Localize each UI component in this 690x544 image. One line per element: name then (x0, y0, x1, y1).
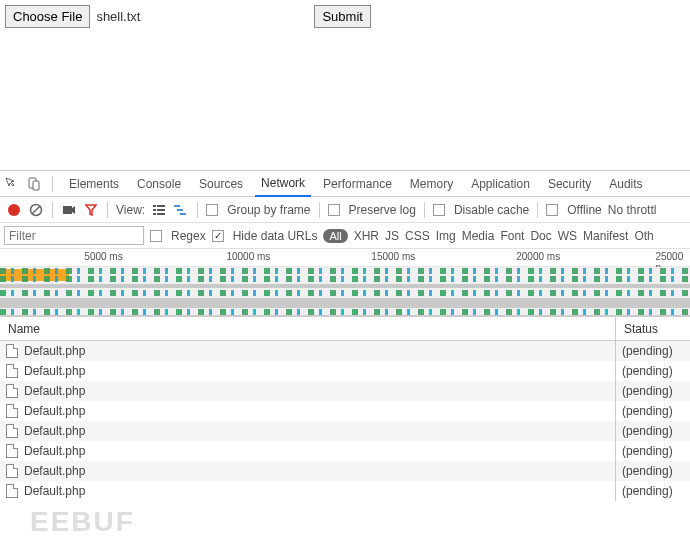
preserve-log-checkbox[interactable] (328, 204, 340, 216)
svg-rect-11 (174, 205, 180, 207)
offline-checkbox[interactable] (546, 204, 558, 216)
request-name: Default.php (24, 384, 85, 398)
clear-icon[interactable] (28, 202, 44, 218)
view-waterfall-icon[interactable] (173, 202, 189, 218)
network-toolbar: View: Group by frame Preserve log Disabl… (0, 197, 690, 223)
selected-file-name: shell.txt (96, 9, 140, 24)
separator (52, 202, 53, 218)
watermark: EEBUF (30, 506, 135, 538)
request-name: Default.php (24, 344, 85, 358)
filter-input[interactable] (4, 226, 144, 245)
svg-rect-10 (157, 213, 165, 215)
file-icon (6, 404, 18, 418)
choose-file-button[interactable]: Choose File (5, 5, 90, 28)
hide-data-urls-label: Hide data URLs (233, 229, 318, 243)
file-icon (6, 464, 18, 478)
file-icon (6, 444, 18, 458)
request-status: (pending) (616, 341, 690, 361)
filter-ws[interactable]: WS (558, 229, 577, 243)
preserve-log-label: Preserve log (349, 203, 416, 217)
header-status[interactable]: Status (616, 317, 690, 341)
filter-js[interactable]: JS (385, 229, 399, 243)
svg-rect-13 (180, 213, 186, 215)
request-status: (pending) (616, 441, 690, 461)
throttling-select[interactable]: No throttl (608, 203, 657, 217)
hide-data-urls-checkbox[interactable] (212, 230, 224, 242)
filter-bar: Regex Hide data URLs All XHR JS CSS Img … (0, 223, 690, 249)
request-name: Default.php (24, 424, 85, 438)
svg-rect-1 (33, 181, 39, 190)
device-toggle-icon[interactable] (26, 176, 42, 192)
request-status: (pending) (616, 401, 690, 421)
filter-manifest[interactable]: Manifest (583, 229, 628, 243)
view-label: View: (116, 203, 145, 217)
regex-checkbox[interactable] (150, 230, 162, 242)
filter-css[interactable]: CSS (405, 229, 430, 243)
request-status: (pending) (616, 481, 690, 501)
request-row[interactable]: Default.php (0, 341, 615, 361)
request-row[interactable]: Default.php (0, 421, 615, 441)
svg-rect-4 (63, 206, 72, 214)
svg-rect-6 (157, 205, 165, 207)
record-icon[interactable] (6, 202, 22, 218)
request-name: Default.php (24, 464, 85, 478)
request-name: Default.php (24, 444, 85, 458)
tab-audits[interactable]: Audits (603, 171, 648, 197)
tab-console[interactable]: Console (131, 171, 187, 197)
file-icon (6, 484, 18, 498)
svg-rect-7 (153, 209, 156, 211)
disable-cache-checkbox[interactable] (433, 204, 445, 216)
request-row[interactable]: Default.php (0, 461, 615, 481)
file-icon (6, 344, 18, 358)
filter-icon[interactable] (83, 202, 99, 218)
request-status: (pending) (616, 381, 690, 401)
group-by-frame-label: Group by frame (227, 203, 310, 217)
request-row[interactable]: Default.php (0, 381, 615, 401)
filter-xhr[interactable]: XHR (354, 229, 379, 243)
tab-security[interactable]: Security (542, 171, 597, 197)
svg-rect-5 (153, 205, 156, 207)
submit-button[interactable]: Submit (314, 5, 370, 28)
filter-other[interactable]: Oth (634, 229, 653, 243)
request-name: Default.php (24, 484, 85, 498)
svg-rect-12 (177, 209, 183, 211)
group-by-frame-checkbox[interactable] (206, 204, 218, 216)
tab-performance[interactable]: Performance (317, 171, 398, 197)
request-status: (pending) (616, 361, 690, 381)
ruler-tick: 20000 ms (516, 251, 560, 262)
filter-all[interactable]: All (323, 229, 347, 243)
request-row[interactable]: Default.php (0, 481, 615, 501)
request-row[interactable]: Default.php (0, 361, 615, 381)
filter-media[interactable]: Media (462, 229, 495, 243)
tab-elements[interactable]: Elements (63, 171, 125, 197)
timeline-ruler: 5000 ms 10000 ms 15000 ms 20000 ms 25000… (0, 249, 690, 267)
separator (424, 202, 425, 218)
filter-img[interactable]: Img (436, 229, 456, 243)
file-icon (6, 424, 18, 438)
request-status: (pending) (616, 461, 690, 481)
tab-sources[interactable]: Sources (193, 171, 249, 197)
inspect-icon[interactable] (4, 176, 20, 192)
camera-icon[interactable] (61, 202, 77, 218)
separator (52, 176, 53, 192)
request-row[interactable]: Default.php (0, 401, 615, 421)
request-status: (pending) (616, 421, 690, 441)
file-icon (6, 384, 18, 398)
tab-application[interactable]: Application (465, 171, 536, 197)
timeline-overview[interactable]: 5000 ms 10000 ms 15000 ms 20000 ms 25000… (0, 249, 690, 316)
request-row[interactable]: Default.php (0, 441, 615, 461)
filter-doc[interactable]: Doc (530, 229, 551, 243)
ruler-tick: 10000 ms (226, 251, 270, 262)
tab-network[interactable]: Network (255, 171, 311, 197)
regex-label: Regex (171, 229, 206, 243)
column-name: Name Default.phpDefault.phpDefault.phpDe… (0, 317, 616, 501)
page-area: Choose File shell.txt Submit (0, 0, 690, 170)
tab-memory[interactable]: Memory (404, 171, 459, 197)
separator (537, 202, 538, 218)
svg-line-3 (32, 206, 40, 214)
filter-font[interactable]: Font (500, 229, 524, 243)
svg-rect-9 (153, 213, 156, 215)
view-list-icon[interactable] (151, 202, 167, 218)
separator (319, 202, 320, 218)
header-name[interactable]: Name (0, 317, 615, 341)
